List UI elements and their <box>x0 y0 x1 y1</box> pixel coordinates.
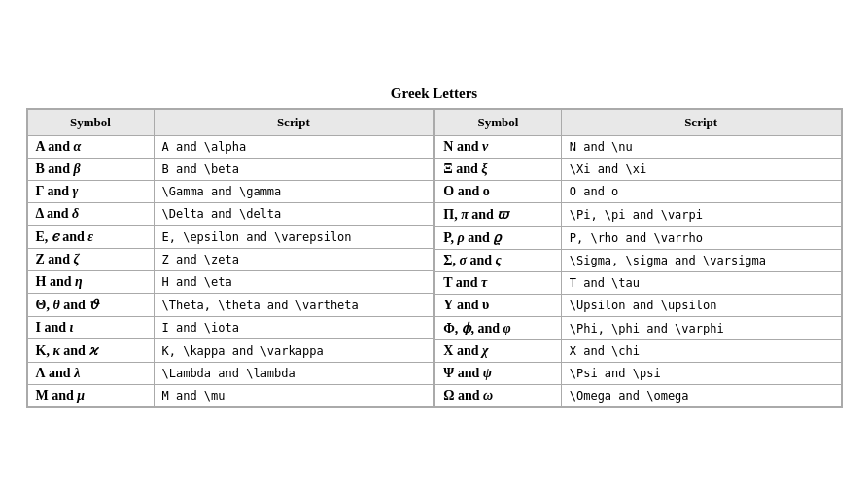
left-table-row: Δ and δ\Delta and \delta <box>27 203 434 226</box>
right-symbol-cell: X and χ <box>434 340 561 363</box>
right-table-row: Υ and υ\Upsilon and \upsilon <box>434 295 841 317</box>
right-script-cell: O and o <box>561 181 841 203</box>
main-container: Greek Letters Symbol Script A and αA and… <box>17 76 852 418</box>
left-symbol-cell: Θ, θ and ϑ <box>27 294 154 317</box>
left-script-cell: M and \mu <box>154 385 434 407</box>
left-table-row: I and ιI and \iota <box>27 317 434 339</box>
left-symbol-cell: H and η <box>27 271 154 294</box>
right-script-cell: T and \tau <box>561 272 841 295</box>
right-table-row: O and oO and o <box>434 181 841 203</box>
left-table-row: E, ϵ and εE, \epsilon and \varepsilon <box>27 226 434 249</box>
right-table-row: Σ, σ and ς\Sigma, \sigma and \varsigma <box>434 250 841 272</box>
left-header-script: Script <box>154 110 434 136</box>
left-header-symbol: Symbol <box>27 110 154 136</box>
left-script-cell: \Gamma and \gamma <box>154 181 434 203</box>
right-symbol-cell: Ω and ω <box>434 385 561 407</box>
right-table-row: X and χX and \chi <box>434 340 841 363</box>
right-script-cell: P, \rho and \varrho <box>561 227 841 250</box>
right-symbol-cell: Π, π and ϖ <box>434 203 561 227</box>
right-script-cell: N and \nu <box>561 136 841 159</box>
right-script-cell: \Upsilon and \upsilon <box>561 295 841 317</box>
left-symbol-cell: Λ and λ <box>27 363 154 385</box>
right-table-row: P, ρ and ϱP, \rho and \varrho <box>434 227 841 250</box>
left-table-row: Γ and γ\Gamma and \gamma <box>27 181 434 203</box>
right-script-cell: \Sigma, \sigma and \varsigma <box>561 250 841 272</box>
right-table-row: Ξ and ξ\Xi and \xi <box>434 159 841 181</box>
right-header-script: Script <box>561 110 841 136</box>
left-script-cell: I and \iota <box>154 317 434 339</box>
left-script-cell: H and \eta <box>154 271 434 294</box>
right-script-cell: X and \chi <box>561 340 841 363</box>
left-symbol-cell: B and β <box>27 159 154 181</box>
left-symbol-cell: A and α <box>27 136 154 159</box>
left-table-row: Z and ζZ and \zeta <box>27 249 434 271</box>
right-symbol-cell: Υ and υ <box>434 295 561 317</box>
left-symbol-cell: I and ι <box>27 317 154 339</box>
right-symbol-cell: P, ρ and ϱ <box>434 227 561 250</box>
right-table-row: Ψ and ψ\Psi and \psi <box>434 363 841 385</box>
left-script-cell: \Lambda and \lambda <box>154 363 434 385</box>
right-table-row: T and τT and \tau <box>434 272 841 295</box>
left-symbol-cell: Γ and γ <box>27 181 154 203</box>
right-table-row: Ω and ω\Omega and \omega <box>434 385 841 407</box>
left-table-row: Θ, θ and ϑ\Theta, \theta and \vartheta <box>27 294 434 317</box>
page-title: Greek Letters <box>26 86 843 102</box>
right-table-row: Π, π and ϖ\Pi, \pi and \varpi <box>434 203 841 227</box>
right-symbol-cell: Ψ and ψ <box>434 363 561 385</box>
right-script-cell: \Phi, \phi and \varphi <box>561 317 841 340</box>
left-script-cell: \Delta and \delta <box>154 203 434 226</box>
left-table-row: B and βB and \beta <box>27 159 434 181</box>
left-symbol-cell: Δ and δ <box>27 203 154 226</box>
left-script-cell: Z and \zeta <box>154 249 434 271</box>
left-script-cell: A and \alpha <box>154 136 434 159</box>
right-table-row: N and νN and \nu <box>434 136 841 159</box>
left-table-row: K, κ and ϰK, \kappa and \varkappa <box>27 339 434 363</box>
left-table-row: A and αA and \alpha <box>27 136 434 159</box>
right-symbol-cell: N and ν <box>434 136 561 159</box>
right-symbol-cell: T and τ <box>434 272 561 295</box>
left-table-row: Λ and λ\Lambda and \lambda <box>27 363 434 385</box>
left-table: Symbol Script A and αA and \alphaB and β… <box>27 109 434 407</box>
right-script-cell: \Psi and \psi <box>561 363 841 385</box>
left-script-cell: E, \epsilon and \varepsilon <box>154 226 434 249</box>
right-symbol-cell: O and o <box>434 181 561 203</box>
right-table: Symbol Script N and νN and \nuΞ and ξ\Xi… <box>434 109 841 407</box>
left-table-row: H and ηH and \eta <box>27 271 434 294</box>
left-symbol-cell: Z and ζ <box>27 249 154 271</box>
left-script-cell: B and \beta <box>154 159 434 181</box>
right-script-cell: \Pi, \pi and \varpi <box>561 203 841 227</box>
left-table-row: M and μM and \mu <box>27 385 434 407</box>
right-table-row: Φ, ϕ, and φ\Phi, \phi and \varphi <box>434 317 841 340</box>
right-symbol-cell: Φ, ϕ, and φ <box>434 317 561 340</box>
right-script-cell: \Xi and \xi <box>561 159 841 181</box>
right-symbol-cell: Ξ and ξ <box>434 159 561 181</box>
right-header-symbol: Symbol <box>434 110 561 136</box>
left-symbol-cell: M and μ <box>27 385 154 407</box>
right-symbol-cell: Σ, σ and ς <box>434 250 561 272</box>
right-script-cell: \Omega and \omega <box>561 385 841 407</box>
left-symbol-cell: E, ϵ and ε <box>27 226 154 249</box>
left-script-cell: \Theta, \theta and \vartheta <box>154 294 434 317</box>
left-symbol-cell: K, κ and ϰ <box>27 339 154 363</box>
left-script-cell: K, \kappa and \varkappa <box>154 339 434 363</box>
tables-wrapper: Symbol Script A and αA and \alphaB and β… <box>26 108 843 408</box>
